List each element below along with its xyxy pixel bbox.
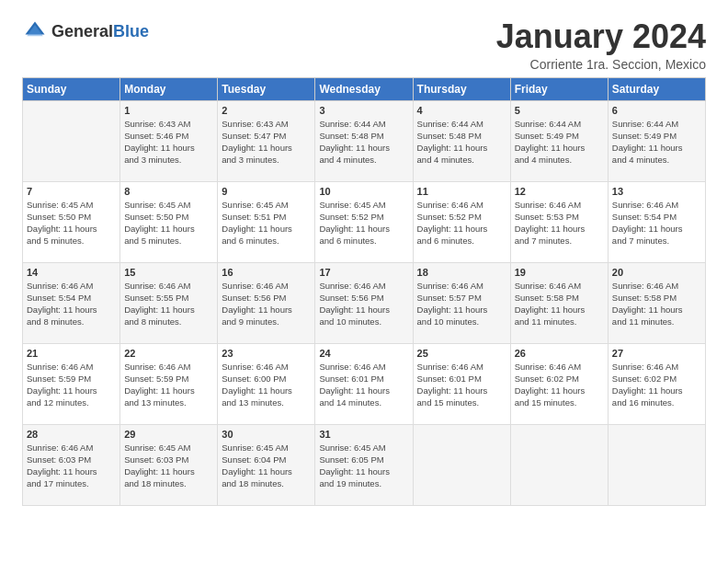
day-number: 19 — [515, 267, 604, 278]
calendar-cell: 11Sunrise: 6:46 AM Sunset: 5:52 PM Dayli… — [413, 181, 510, 262]
weekday-header-monday: Monday — [120, 77, 218, 100]
calendar-cell: 24Sunrise: 6:46 AM Sunset: 6:01 PM Dayli… — [315, 343, 413, 424]
calendar-cell: 19Sunrise: 6:46 AM Sunset: 5:58 PM Dayli… — [510, 262, 608, 343]
title-area: January 2024 Corriente 1ra. Seccion, Mex… — [496, 18, 706, 72]
day-info: Sunrise: 6:45 AM Sunset: 6:05 PM Dayligh… — [319, 442, 408, 490]
day-number: 15 — [124, 267, 213, 278]
calendar-cell: 21Sunrise: 6:46 AM Sunset: 5:59 PM Dayli… — [23, 343, 120, 424]
calendar-cell: 5Sunrise: 6:44 AM Sunset: 5:49 PM Daylig… — [510, 100, 608, 181]
calendar-cell: 12Sunrise: 6:46 AM Sunset: 5:53 PM Dayli… — [510, 181, 608, 262]
calendar-cell: 9Sunrise: 6:45 AM Sunset: 5:51 PM Daylig… — [218, 181, 315, 262]
day-info: Sunrise: 6:45 AM Sunset: 5:50 PM Dayligh… — [27, 199, 116, 247]
calendar-cell — [413, 424, 510, 505]
weekday-header-sunday: Sunday — [23, 77, 120, 100]
day-info: Sunrise: 6:46 AM Sunset: 6:01 PM Dayligh… — [417, 361, 506, 409]
day-info: Sunrise: 6:46 AM Sunset: 5:54 PM Dayligh… — [27, 280, 116, 328]
calendar-cell: 7Sunrise: 6:45 AM Sunset: 5:50 PM Daylig… — [23, 181, 120, 262]
day-info: Sunrise: 6:44 AM Sunset: 5:49 PM Dayligh… — [612, 118, 701, 167]
day-number: 11 — [417, 186, 506, 197]
day-info: Sunrise: 6:45 AM Sunset: 5:51 PM Dayligh… — [222, 199, 311, 247]
calendar-cell: 26Sunrise: 6:46 AM Sunset: 6:02 PM Dayli… — [510, 343, 608, 424]
day-info: Sunrise: 6:46 AM Sunset: 5:53 PM Dayligh… — [515, 199, 604, 247]
page-header: GeneralBlue January 2024 Corriente 1ra. … — [22, 18, 706, 72]
day-info: Sunrise: 6:46 AM Sunset: 6:00 PM Dayligh… — [222, 361, 311, 409]
day-number: 10 — [319, 186, 408, 197]
day-info: Sunrise: 6:46 AM Sunset: 6:01 PM Dayligh… — [319, 361, 408, 409]
day-number: 4 — [417, 105, 506, 116]
calendar-cell — [510, 424, 608, 505]
calendar-cell: 6Sunrise: 6:44 AM Sunset: 5:49 PM Daylig… — [608, 100, 705, 181]
day-info: Sunrise: 6:46 AM Sunset: 5:58 PM Dayligh… — [612, 280, 701, 328]
weekday-header-saturday: Saturday — [608, 77, 705, 100]
day-number: 31 — [319, 429, 408, 440]
day-number: 14 — [27, 267, 116, 278]
day-number: 8 — [124, 186, 213, 197]
day-number: 28 — [27, 429, 116, 440]
day-info: Sunrise: 6:45 AM Sunset: 6:03 PM Dayligh… — [124, 442, 213, 490]
day-info: Sunrise: 6:43 AM Sunset: 5:47 PM Dayligh… — [222, 118, 311, 167]
day-info: Sunrise: 6:46 AM Sunset: 5:52 PM Dayligh… — [417, 199, 506, 247]
calendar-cell: 3Sunrise: 6:44 AM Sunset: 5:48 PM Daylig… — [315, 100, 413, 181]
calendar-cell: 25Sunrise: 6:46 AM Sunset: 6:01 PM Dayli… — [413, 343, 510, 424]
day-number: 9 — [222, 186, 311, 197]
logo-icon — [22, 18, 48, 44]
day-info: Sunrise: 6:46 AM Sunset: 5:56 PM Dayligh… — [319, 280, 408, 328]
calendar-table: SundayMondayTuesdayWednesdayThursdayFrid… — [22, 77, 706, 506]
calendar-cell: 18Sunrise: 6:46 AM Sunset: 5:57 PM Dayli… — [413, 262, 510, 343]
calendar-cell: 8Sunrise: 6:45 AM Sunset: 5:50 PM Daylig… — [120, 181, 218, 262]
location-subtitle: Corriente 1ra. Seccion, Mexico — [496, 57, 706, 72]
calendar-cell: 10Sunrise: 6:45 AM Sunset: 5:52 PM Dayli… — [315, 181, 413, 262]
calendar-cell: 22Sunrise: 6:46 AM Sunset: 5:59 PM Dayli… — [120, 343, 218, 424]
day-number: 25 — [417, 348, 506, 359]
weekday-header-tuesday: Tuesday — [218, 77, 315, 100]
calendar-cell: 1Sunrise: 6:43 AM Sunset: 5:46 PM Daylig… — [120, 100, 218, 181]
day-number: 13 — [612, 186, 701, 197]
calendar-cell: 30Sunrise: 6:45 AM Sunset: 6:04 PM Dayli… — [218, 424, 315, 505]
calendar-cell: 16Sunrise: 6:46 AM Sunset: 5:56 PM Dayli… — [218, 262, 315, 343]
calendar-week-row: 21Sunrise: 6:46 AM Sunset: 5:59 PM Dayli… — [23, 343, 706, 424]
day-number: 5 — [515, 105, 604, 116]
day-number: 17 — [319, 267, 408, 278]
day-number: 18 — [417, 267, 506, 278]
calendar-cell — [23, 100, 120, 181]
day-info: Sunrise: 6:46 AM Sunset: 5:55 PM Dayligh… — [124, 280, 213, 328]
calendar-cell: 14Sunrise: 6:46 AM Sunset: 5:54 PM Dayli… — [23, 262, 120, 343]
day-number: 27 — [612, 348, 701, 359]
day-info: Sunrise: 6:44 AM Sunset: 5:48 PM Dayligh… — [319, 118, 408, 167]
day-number: 1 — [124, 105, 213, 116]
day-info: Sunrise: 6:46 AM Sunset: 6:02 PM Dayligh… — [612, 361, 701, 409]
day-number: 30 — [222, 429, 311, 440]
calendar-body: 1Sunrise: 6:43 AM Sunset: 5:46 PM Daylig… — [23, 100, 706, 505]
day-number: 26 — [515, 348, 604, 359]
day-number: 23 — [222, 348, 311, 359]
day-info: Sunrise: 6:46 AM Sunset: 6:02 PM Dayligh… — [515, 361, 604, 409]
day-number: 3 — [319, 105, 408, 116]
day-number: 24 — [319, 348, 408, 359]
logo: GeneralBlue — [22, 18, 149, 44]
day-info: Sunrise: 6:45 AM Sunset: 5:52 PM Dayligh… — [319, 199, 408, 247]
day-info: Sunrise: 6:45 AM Sunset: 6:04 PM Dayligh… — [222, 442, 311, 490]
logo-general-text: General — [51, 22, 113, 40]
calendar-cell: 29Sunrise: 6:45 AM Sunset: 6:03 PM Dayli… — [120, 424, 218, 505]
day-number: 16 — [222, 267, 311, 278]
calendar-cell: 27Sunrise: 6:46 AM Sunset: 6:02 PM Dayli… — [608, 343, 705, 424]
day-info: Sunrise: 6:46 AM Sunset: 6:03 PM Dayligh… — [27, 442, 116, 490]
calendar-cell: 13Sunrise: 6:46 AM Sunset: 5:54 PM Dayli… — [608, 181, 705, 262]
day-info: Sunrise: 6:46 AM Sunset: 5:56 PM Dayligh… — [222, 280, 311, 328]
day-number: 7 — [27, 186, 116, 197]
calendar-cell: 17Sunrise: 6:46 AM Sunset: 5:56 PM Dayli… — [315, 262, 413, 343]
calendar-cell: 4Sunrise: 6:44 AM Sunset: 5:48 PM Daylig… — [413, 100, 510, 181]
day-number: 22 — [124, 348, 213, 359]
calendar-header: SundayMondayTuesdayWednesdayThursdayFrid… — [23, 77, 706, 100]
day-info: Sunrise: 6:46 AM Sunset: 5:59 PM Dayligh… — [124, 361, 213, 409]
weekday-header-thursday: Thursday — [413, 77, 510, 100]
weekday-header-wednesday: Wednesday — [315, 77, 413, 100]
day-number: 12 — [515, 186, 604, 197]
weekday-header-row: SundayMondayTuesdayWednesdayThursdayFrid… — [23, 77, 706, 100]
day-info: Sunrise: 6:43 AM Sunset: 5:46 PM Dayligh… — [124, 118, 213, 167]
day-info: Sunrise: 6:45 AM Sunset: 5:50 PM Dayligh… — [124, 199, 213, 247]
day-info: Sunrise: 6:44 AM Sunset: 5:49 PM Dayligh… — [515, 118, 604, 167]
calendar-cell: 28Sunrise: 6:46 AM Sunset: 6:03 PM Dayli… — [23, 424, 120, 505]
calendar-cell: 23Sunrise: 6:46 AM Sunset: 6:00 PM Dayli… — [218, 343, 315, 424]
calendar-week-row: 7Sunrise: 6:45 AM Sunset: 5:50 PM Daylig… — [23, 181, 706, 262]
